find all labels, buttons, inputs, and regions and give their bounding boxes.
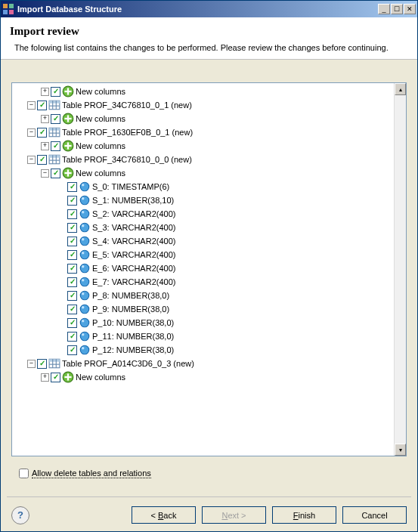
tree-checkbox[interactable] [67,223,77,233]
svg-rect-1 [9,4,14,8]
tree-checkbox[interactable] [51,169,60,178]
tree-item-label: New columns [76,141,125,150]
tree-row[interactable]: S_3: VARCHAR2(400) [14,221,394,234]
expand-icon[interactable]: + [41,142,49,150]
add-icon [62,85,74,97]
expand-icon[interactable]: + [41,373,49,382]
svg-point-31 [80,182,88,190]
tree-checkbox[interactable] [67,264,77,274]
tree-row[interactable]: −Table PROF_A014C3D6_0_3 (new) [14,357,394,370]
tree-row[interactable]: P_8: NUMBER(38,0) [14,289,394,302]
tree-item-label: E_6: VARCHAR2(400) [92,264,175,273]
svg-point-37 [80,223,88,231]
svg-rect-16 [49,128,60,130]
svg-rect-58 [49,359,60,361]
tree-row[interactable]: E_6: VARCHAR2(400) [14,261,394,275]
tree-row[interactable]: +New columns [14,112,394,125]
tree-row[interactable]: S_2: VARCHAR2(400) [14,207,394,221]
tree-item-label: S_3: VARCHAR2(400) [92,223,175,232]
tree-checkbox[interactable] [67,318,77,328]
tree-checkbox[interactable] [67,305,77,314]
tree-row[interactable]: P_9: NUMBER(38,0) [14,302,394,316]
tree-checkbox[interactable] [67,277,77,287]
tree-row[interactable]: −Table PROF_1630EF0B_0_1 (new) [14,125,394,139]
svg-point-46 [82,279,84,281]
tree-item-label: S_2: VARCHAR2(400) [92,209,175,218]
svg-rect-3 [9,10,14,14]
tree-item-label: E_7: VARCHAR2(400) [92,277,175,286]
collapse-icon[interactable]: − [27,128,36,137]
tree-checkbox[interactable] [51,114,60,124]
tree-item-label: S_4: VARCHAR2(400) [92,237,175,246]
allow-delete-label[interactable]: Allow delete tables and relations [32,469,151,478]
tree-row[interactable]: −New columns [14,166,394,180]
tree-checkbox[interactable] [67,250,77,260]
tree-checkbox[interactable] [67,182,77,192]
allow-delete-option[interactable]: Allow delete tables and relations [19,469,151,478]
collapse-icon[interactable]: − [41,169,49,178]
tree-row[interactable]: S_4: VARCHAR2(400) [14,234,394,248]
tree-row[interactable]: P_11: NUMBER(38,0) [14,329,394,343]
column-icon [79,344,91,356]
finish-button[interactable]: Finish [272,506,336,524]
tree-row[interactable]: E_5: VARCHAR2(400) [14,248,394,261]
expand-icon[interactable]: + [41,115,49,123]
tree-checkbox[interactable] [67,291,77,301]
svg-point-45 [80,277,88,286]
changes-tree[interactable]: +New columns−Table PROF_34C76810_0_1 (ne… [11,82,407,456]
tree-row[interactable]: −Table PROF_34C76810_0_0 (new) [14,153,394,166]
tree-checkbox[interactable] [67,345,77,355]
tree-checkbox[interactable] [37,128,47,138]
tree-item-label: Table PROF_34C76810_0_1 (new) [62,101,192,110]
add-icon [62,113,74,125]
column-icon [79,330,91,342]
expand-icon[interactable]: + [41,88,49,96]
column-icon [79,276,91,288]
maximize-button[interactable]: ☐ [391,4,403,14]
allow-delete-checkbox[interactable] [19,469,29,478]
tree-checkbox[interactable] [67,196,77,206]
tree-checkbox[interactable] [67,209,77,219]
tree-checkbox[interactable] [37,155,47,165]
collapse-icon[interactable]: − [27,156,36,164]
tree-checkbox[interactable] [51,141,60,151]
svg-rect-2 [3,10,8,14]
minimize-button[interactable]: _ [378,4,390,14]
collapse-icon[interactable]: − [27,360,36,368]
svg-point-38 [82,224,84,227]
tree-checkbox[interactable] [67,237,77,246]
close-button[interactable]: ✕ [404,4,416,14]
scroll-down-button[interactable]: ▾ [395,444,406,456]
tree-row[interactable]: S_1: NUMBER(38,10) [14,193,394,207]
tree-row[interactable]: S_0: TIMESTAMP(6) [14,180,394,193]
vertical-scrollbar[interactable]: ▴ ▾ [394,83,406,456]
help-button[interactable]: ? [11,506,29,524]
cancel-button[interactable]: Cancel [342,506,407,524]
add-icon [62,167,74,179]
tree-row[interactable]: E_7: VARCHAR2(400) [14,275,394,289]
svg-point-35 [80,209,88,218]
tree-item-label: Table PROF_A014C3D6_0_3 (new) [62,359,194,368]
tree-row[interactable]: P_12: NUMBER(38,0) [14,343,394,357]
tree-row[interactable]: +New columns [14,85,394,98]
tree-row[interactable]: P_10: NUMBER(38,0) [14,316,394,329]
tree-checkbox[interactable] [51,87,60,97]
next-button: Next > [202,506,266,524]
scroll-up-button[interactable]: ▴ [395,83,406,95]
tree-row[interactable]: +New columns [14,139,394,153]
back-button[interactable]: < Back [132,506,196,524]
tree-row[interactable]: +New columns [14,370,394,384]
titlebar[interactable]: Import Database Structure _ ☐ ✕ [1,1,417,17]
tree-checkbox[interactable] [37,101,47,110]
button-bar: ? < Back Next > Finish Cancel [7,496,411,525]
tree-row[interactable]: −Table PROF_34C76810_0_1 (new) [14,98,394,112]
tree-checkbox[interactable] [51,373,60,382]
svg-point-55 [80,345,88,354]
collapse-icon[interactable]: − [27,101,36,110]
svg-point-47 [80,291,88,299]
svg-rect-64 [64,376,71,378]
table-icon [48,153,60,165]
dialog-window: Import Database Structure _ ☐ ✕ Import r… [0,0,418,532]
tree-checkbox[interactable] [37,359,47,369]
tree-checkbox[interactable] [67,332,77,342]
